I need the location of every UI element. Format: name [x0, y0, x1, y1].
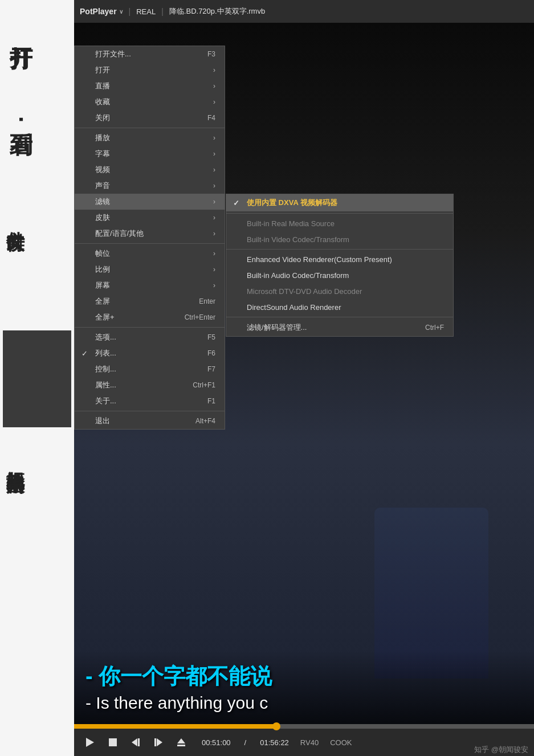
watermark: 知乎 @朝闻骏安 — [474, 745, 528, 756]
menu-item-play[interactable]: 播放 › — [75, 130, 225, 146]
menu-item-subtitle[interactable]: 字幕 › — [75, 146, 225, 162]
menu-item-audio[interactable]: 声音 › — [75, 178, 225, 194]
eject-button[interactable] — [174, 735, 188, 749]
progress-bar-container[interactable] — [74, 724, 534, 729]
menu-item-config[interactable]: 配置/语言/其他 › — [75, 226, 225, 242]
menu-label-video: 视频 — [95, 165, 110, 175]
article-text-4: 视频输入输出 — [3, 456, 28, 463]
submenu-item-audio-codec[interactable]: Built-in Audio Codec/Transform — [226, 267, 453, 283]
submenu-label-filter-manage: 滤镜/解码器管理... — [247, 322, 307, 333]
menu-item-filter[interactable]: 滤镜 › ✓ 使用内置 DXVA 视频解码器 Built-in Real Med… — [75, 194, 225, 210]
check-dxva: ✓ — [233, 199, 239, 207]
stop-button[interactable] — [106, 735, 120, 749]
submenu-item-filter-manage[interactable]: 滤镜/解码器管理... Ctrl+F — [226, 319, 453, 336]
menu-arrow-audio: › — [213, 182, 215, 190]
menu-arrow-live: › — [213, 82, 215, 90]
submenu-item-real-media: Built-in Real Media Source — [226, 215, 453, 231]
title-bar: PotPlayer ∨ | REAL | 降临.BD.720p.中英双字.rmv… — [74, 0, 534, 23]
menu-arrow-open: › — [213, 66, 215, 74]
submenu-item-directsound[interactable]: DirectSound Audio Renderer — [226, 299, 453, 315]
menu-shortcut-close: F4 — [207, 114, 215, 122]
menu-item-control[interactable]: 控制... F7 — [75, 361, 225, 377]
menu-label-skin: 皮肤 — [95, 213, 110, 223]
menu-label-frame: 帧位 — [95, 248, 110, 259]
submenu-label-evr: Enhanced Video Renderer(Custom Present) — [247, 255, 392, 264]
title-divider: | — [129, 7, 131, 16]
menu-label-config: 配置/语言/其他 — [95, 228, 144, 239]
subtitle-english: - Is there anything you c — [85, 693, 523, 713]
play-button[interactable] — [83, 735, 97, 749]
article-text-3: 文件时侯 — [3, 216, 28, 221]
menu-shortcut-fullscreen-plus: Ctrl+Enter — [185, 313, 215, 321]
menu-item-fullscreen[interactable]: 全屏 Enter — [75, 293, 225, 309]
menu-label-playlist: 列表... — [95, 348, 116, 358]
menu-label-close: 关闭 — [95, 113, 110, 123]
submenu-sep-2 — [226, 249, 453, 250]
menu-shortcut-playlist: F6 — [207, 349, 215, 357]
menu-item-ratio[interactable]: 比例 › — [75, 261, 225, 277]
time-total: 01:56:22 — [260, 738, 289, 747]
menu-item-live[interactable]: 直播 › — [75, 78, 225, 94]
next-button[interactable] — [152, 735, 165, 749]
menu-item-video[interactable]: 视频 › — [75, 162, 225, 178]
menu-item-fullscreen-plus[interactable]: 全屏+ Ctrl+Enter — [75, 309, 225, 325]
codec-video: RV40 — [300, 738, 319, 747]
prev-button[interactable] — [129, 735, 142, 749]
play-icon — [86, 738, 94, 747]
menu-item-open-file[interactable]: 打开文件... F3 — [75, 46, 225, 62]
menu-arrow-screen: › — [213, 281, 215, 289]
filter-submenu: ✓ 使用内置 DXVA 视频解码器 Built-in Real Media So… — [226, 194, 454, 337]
menu-label-options: 选项... — [95, 332, 116, 342]
next-icon — [154, 738, 162, 746]
menu-item-playlist[interactable]: ✓ 列表... F6 — [75, 345, 225, 361]
progress-knob[interactable] — [272, 722, 280, 730]
menu-sep-1 — [75, 128, 225, 128]
menu-label-live: 直播 — [95, 81, 110, 91]
menu-item-exit[interactable]: 退出 Alt+F4 — [75, 413, 225, 429]
submenu-shortcut-filter-manage: Ctrl+F — [425, 324, 444, 332]
menu-item-screen[interactable]: 屏幕 › — [75, 277, 225, 293]
menu-item-about[interactable]: 关于... F1 — [75, 393, 225, 409]
menu-shortcut-options: F5 — [207, 333, 215, 341]
controls-bar: 00:51:00 / 01:56:22 RV40 COOK — [74, 729, 534, 756]
watermark-text: 知乎 @朝闻骏安 — [474, 745, 528, 754]
menu-item-properties[interactable]: 属性... Ctrl+F1 — [75, 377, 225, 393]
menu-item-frame[interactable]: 帧位 › — [75, 246, 225, 261]
menu-label-play: 播放 — [95, 133, 110, 143]
title-real: REAL — [136, 7, 156, 16]
potplayer-menu-button[interactable]: PotPlayer ∨ — [80, 7, 123, 16]
time-current: 00:51:00 — [202, 738, 231, 747]
stop-icon — [109, 738, 117, 746]
menu-arrow-config: › — [213, 230, 215, 238]
menu-label-control: 控制... — [95, 364, 116, 374]
submenu-item-dxva[interactable]: ✓ 使用内置 DXVA 视频解码器 — [226, 194, 453, 211]
submenu-item-video-codec: Built-in Video Codec/Transform — [226, 231, 453, 247]
submenu-item-evr[interactable]: Enhanced Video Renderer(Custom Present) — [226, 251, 453, 267]
potplayer-logo-text: PotPlayer — [80, 7, 117, 16]
submenu-label-dtv-dvd: Microsoft DTV-DVD Audio Decoder — [247, 287, 362, 296]
menu-label-fullscreen-plus: 全屏+ — [95, 312, 115, 322]
menu-label-ratio: 比例 — [95, 264, 110, 275]
menu-item-skin[interactable]: 皮肤 › — [75, 210, 225, 226]
menu-item-options[interactable]: 选项... F5 — [75, 329, 225, 345]
menu-sep-2 — [75, 243, 225, 244]
video-area[interactable]: - 你一个字都不能说 - Is there anything you c 打开文… — [74, 23, 534, 724]
check-playlist: ✓ — [81, 349, 88, 358]
submenu-label-video-codec: Built-in Video Codec/Transform — [247, 235, 349, 244]
prev-icon — [132, 738, 140, 746]
menu-sep-3 — [75, 327, 225, 328]
menu-chevron-icon: ∨ — [119, 9, 123, 15]
submenu-sep-3 — [226, 317, 453, 317]
menu-item-open[interactable]: 打开 › — [75, 62, 225, 78]
title-filename: 降临.BD.720p.中英双字.rmvb — [169, 6, 528, 17]
title-divider2: | — [161, 7, 164, 16]
menu-label-open-file: 打开文件... — [95, 49, 131, 59]
menu-arrow-ratio: › — [213, 265, 215, 273]
submenu-sep-1 — [226, 213, 453, 214]
menu-item-close[interactable]: 关闭 F4 — [75, 110, 225, 126]
main-menu: 打开文件... F3 打开 › 直播 › 收藏 › 关闭 F4 — [74, 46, 225, 430]
menu-label-about: 关于... — [95, 396, 116, 406]
time-separator: / — [244, 738, 247, 747]
subtitle-area: - 你一个字都不能说 - Is there anything you c — [74, 651, 534, 724]
menu-item-favorites[interactable]: 收藏 › — [75, 94, 225, 110]
